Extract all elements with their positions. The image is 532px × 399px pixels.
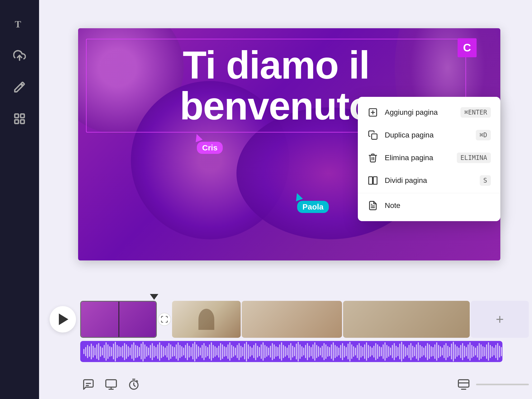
waveform-bar: [237, 345, 238, 358]
grid-tool[interactable]: [12, 111, 27, 127]
waveform-bar: [288, 345, 289, 358]
add-slide-button[interactable]: +: [471, 301, 529, 338]
waveform-bar: [477, 346, 478, 358]
preview-button[interactable]: [104, 377, 118, 392]
waveform-bar: [473, 346, 474, 357]
waveform-bar: [239, 343, 240, 360]
waveform-bar: [255, 343, 256, 360]
menu-add-page[interactable]: Aggiungi pagina ⌘ENTER: [358, 101, 500, 124]
waveform-bar: [405, 346, 406, 357]
waveform-bar: [205, 346, 206, 358]
waveform-bar: [126, 344, 127, 359]
waveform-bar: [146, 346, 147, 357]
waveform-bar: [457, 346, 458, 357]
waveform-bar: [89, 346, 90, 357]
waveform-bar: [263, 342, 264, 361]
timer-button[interactable]: [127, 377, 141, 392]
waveform-bar: [167, 346, 168, 358]
thumbnail-2[interactable]: [172, 301, 241, 338]
waveform-bar: [154, 346, 155, 358]
thumbnail-4[interactable]: [343, 301, 470, 338]
waveform-bar: [287, 348, 288, 355]
waveform-bar: [377, 344, 378, 359]
add-slide-icon: +: [496, 311, 504, 327]
waveform-bar: [460, 345, 461, 358]
waveform-bar: [229, 342, 230, 361]
waveform-bar: [348, 344, 349, 359]
split-page-icon: [367, 175, 378, 186]
waveform-bar: [414, 347, 415, 356]
menu-notes[interactable]: Note: [358, 194, 500, 217]
waveform-bar: [338, 348, 339, 355]
draw-tool[interactable]: [12, 79, 27, 95]
thumbnail-3[interactable]: [242, 301, 342, 338]
waveform-bar: [416, 344, 417, 359]
text-tool[interactable]: T: [12, 16, 27, 32]
bottom-right-tools: [457, 377, 529, 392]
waveform-bar: [274, 344, 275, 359]
audio-waveform[interactable]: [80, 341, 502, 362]
waveform-bar: [150, 345, 151, 358]
waveform-bar: [96, 344, 97, 359]
playhead-row: [124, 294, 529, 300]
svg-rect-4: [15, 120, 18, 124]
waveform-bar: [344, 346, 345, 358]
waveform-bar: [292, 346, 293, 358]
waveform-bar: [248, 344, 249, 359]
play-button[interactable]: [50, 306, 76, 332]
waveform-bar: [244, 344, 245, 359]
waveform-bar: [312, 344, 314, 359]
waveform-bar: [246, 342, 247, 362]
bottom-toolbar: [39, 370, 532, 399]
waveform-bar: [272, 343, 273, 360]
grid-view-button[interactable]: [457, 377, 471, 392]
waveform-bar: [118, 346, 120, 357]
waveform-bar: [113, 344, 114, 359]
waveform-bar: [403, 344, 404, 359]
thumbnail-1[interactable]: [80, 301, 157, 338]
waveform-bar: [469, 342, 471, 361]
waveform-bar: [276, 346, 277, 357]
waveform-bar: [445, 343, 446, 360]
waveform-bar: [427, 343, 428, 360]
menu-delete-page[interactable]: Elimina pagina ELIMINA: [358, 146, 500, 169]
waveform-bar: [481, 344, 482, 359]
waveform-bar: [281, 342, 282, 361]
waveform-bar: [83, 349, 84, 354]
waveform-bar: [163, 346, 164, 357]
waveform-bar: [183, 348, 184, 355]
waveform-bar: [174, 347, 175, 356]
waveform-bar: [179, 345, 180, 358]
menu-duplicate-page[interactable]: Duplica pagina ⌘D: [358, 124, 500, 146]
waveform-bar: [191, 347, 192, 356]
transition-icon[interactable]: [158, 313, 171, 326]
menu-divider: [358, 193, 500, 193]
waveform-bar: [192, 344, 193, 359]
waveform-bar: [161, 345, 162, 358]
waveform-bar: [449, 347, 450, 356]
waveform-bar: [349, 342, 350, 362]
zoom-slider[interactable]: [476, 384, 529, 385]
waveform-bar: [279, 344, 280, 359]
playhead-indicator: [150, 294, 158, 300]
captions-button[interactable]: [81, 377, 96, 392]
waveform-bar: [202, 345, 203, 358]
waveform-bar: [200, 348, 201, 355]
waveform-bar: [434, 344, 435, 359]
slide-container: Ti diamo il benvenuto C Cris Paola: [78, 28, 500, 260]
waveform-bar: [440, 346, 441, 357]
add-page-shortcut: ⌘ENTER: [460, 107, 491, 118]
waveform-bar: [407, 348, 408, 355]
waveform-bar: [493, 348, 495, 355]
menu-split-page[interactable]: Dividi pagina S: [358, 169, 500, 192]
waveform-bar: [142, 342, 144, 362]
cursor-arrow-cris: [193, 133, 203, 142]
waveform-bar: [294, 347, 295, 356]
upload-tool[interactable]: [12, 48, 27, 63]
waveform-bar: [479, 343, 480, 360]
waveform-bar: [462, 343, 463, 360]
waveform-bar: [137, 346, 138, 358]
waveform-bar: [431, 346, 432, 357]
waveform-bar: [165, 348, 166, 355]
notes-label: Note: [385, 201, 491, 210]
